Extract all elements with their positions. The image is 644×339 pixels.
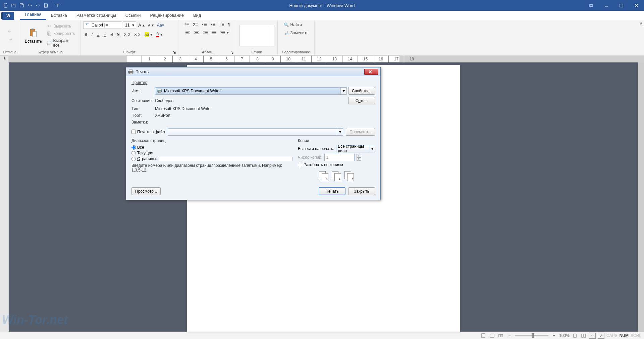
decrease-indent-button[interactable] [200,21,208,28]
subscript-button[interactable]: X2 [122,32,131,38]
qat-open-icon[interactable] [10,2,17,9]
select-all-button[interactable]: Выбрать все [45,38,77,48]
vertical-scrollbar[interactable] [638,62,644,332]
dialog-titlebar[interactable]: Печать [126,67,380,76]
range-all-radio[interactable]: Все [131,145,292,150]
num-copies-input[interactable] [324,154,355,161]
pages-input[interactable] [159,157,292,161]
print-dialog: Печать Принтер Имя: Microsoft XPS Docume… [126,67,381,200]
zoom-out-button[interactable]: − [506,333,513,339]
strikethrough-button[interactable]: S [109,32,114,38]
underline-button[interactable]: U [95,32,101,38]
qat-print-preview-icon[interactable] [42,2,50,9]
browse-button[interactable]: Просмотр... [346,128,375,136]
bullets-button[interactable] [183,21,191,28]
tab-links[interactable]: Ссылки [121,11,146,20]
ruler-corner-icon[interactable]: ┗ [0,56,9,62]
print-to-file-checkbox[interactable]: Печать в файл [131,130,165,134]
ribbon-options-icon[interactable] [584,0,599,11]
redo-button[interactable] [6,36,14,43]
view-web-layout-icon[interactable] [489,333,495,339]
range-pages-radio[interactable]: Страницы: [131,156,292,161]
view-mode-1-icon[interactable] [572,333,578,339]
fit-page-button[interactable]: ⤢ [598,333,604,339]
font-size-combo[interactable]: 11▾ [123,21,136,29]
styles-gallery[interactable] [239,25,274,46]
app-logo[interactable]: W [3,12,14,20]
spin-down-button[interactable]: ▾ [357,157,361,161]
close-button[interactable]: Закрыть [348,187,375,195]
vertical-ruler[interactable] [0,62,9,332]
view-print-layout-icon[interactable] [480,333,487,339]
grow-font-button[interactable]: A▴ [137,22,146,29]
font-color-button[interactable]: A▾ [155,31,164,38]
svg-rect-31 [194,34,199,34]
paragraph-dialog-launcher[interactable]: ↘ [230,50,235,55]
range-current-radio[interactable]: Текущая [131,151,292,155]
undo-button[interactable] [6,28,14,35]
print-button[interactable]: Печать [319,187,345,195]
bold-button[interactable]: B [83,32,89,38]
zoom-slider[interactable] [515,335,548,336]
align-right-button[interactable] [201,30,209,36]
svg-rect-38 [220,31,225,32]
dialog-close-button[interactable] [364,69,378,75]
italic-button[interactable]: I [90,32,94,38]
fit-width-button[interactable]: ↔ [589,333,596,339]
change-case-button[interactable]: Aa▾ [156,22,165,28]
qat-new-icon[interactable] [2,2,9,9]
paste-button[interactable]: Вставить [23,26,44,45]
font-name-combo[interactable]: ᵀᵀCalibri▾ [83,21,122,29]
printer-name-combo[interactable]: Microsoft XPS Document Writer ▾ [155,87,347,95]
maximize-icon[interactable] [614,0,629,11]
spin-up-button[interactable]: ▴ [357,154,361,157]
view-mode-2-icon[interactable] [580,333,587,339]
svg-point-11 [185,25,186,26]
view-outline-icon[interactable] [497,333,504,339]
superscript-button[interactable]: X2 [133,32,142,38]
find-icon: 🔍 [284,22,289,28]
qat-undo-icon[interactable] [26,2,34,9]
properties-button[interactable]: Свойства... [348,87,375,95]
pilcrow-button[interactable]: ¶ [226,21,231,28]
qat-save-icon[interactable] [18,2,25,9]
redo-icon [7,37,13,42]
collate-checkbox[interactable]: Разобрать по копиям [298,162,375,167]
numbering-button[interactable]: 12 [192,21,200,28]
svg-rect-18 [204,24,207,25]
svg-rect-14 [195,23,198,23]
justify-button[interactable] [210,30,218,36]
file-path-combo[interactable]: ▾ [168,128,343,136]
tab-view[interactable]: Вид [189,11,206,20]
horizontal-ruler[interactable]: ┗ 123456789101112131415161718 [0,56,644,62]
close-icon[interactable] [629,0,644,11]
qat-customize-icon[interactable] [54,2,61,9]
zoom-in-button[interactable]: + [550,333,557,339]
align-center-button[interactable] [193,30,201,36]
minimize-icon[interactable] [599,0,614,11]
increase-indent-button[interactable] [209,21,217,28]
multilevel-list-button[interactable]: ▾ [219,30,230,36]
copy-button[interactable]: Копировать [45,30,77,37]
replace-button[interactable]: Заменить [282,30,310,36]
font-dialog-launcher[interactable]: ↘ [173,50,177,55]
output-combo[interactable]: Все страницы диап▾ [336,145,375,152]
chevron-down-icon: ▾ [104,23,109,28]
tab-review[interactable]: Рецензирование [146,11,189,20]
qat-redo-icon[interactable] [34,2,42,9]
shrink-font-button[interactable]: A▾ [147,22,155,28]
tab-insert[interactable]: Вставка [46,11,71,20]
tab-page-layout[interactable]: Разметка страницы [72,11,121,20]
highlight-button[interactable]: ab▾ [143,32,154,38]
double-underline-button[interactable]: U [102,31,108,38]
svg-rect-49 [129,70,132,71]
preview-button[interactable]: Просмотр... [131,187,161,195]
align-left-button[interactable] [184,30,192,36]
double-strike-button[interactable]: S̶ [116,32,121,38]
find-button[interactable]: 🔍Найти [282,21,303,28]
network-button[interactable]: Сеть... [348,97,375,104]
line-spacing-button[interactable] [218,21,226,28]
collapse-ribbon-icon[interactable]: ∧ [640,21,643,26]
cut-button[interactable]: ✂Вырезать [45,23,77,30]
tab-home[interactable]: Главная [20,10,46,20]
